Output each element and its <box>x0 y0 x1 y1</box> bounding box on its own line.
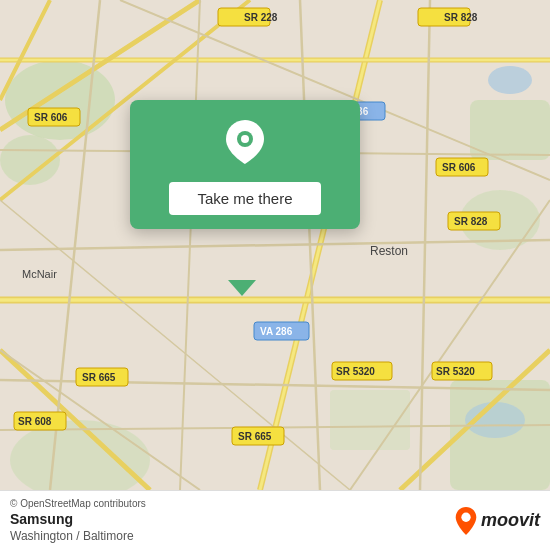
bottom-left-info: © OpenStreetMap contributors Samsung Was… <box>10 498 146 543</box>
svg-text:McNair: McNair <box>22 268 57 280</box>
location-pin-icon <box>221 118 269 166</box>
svg-point-8 <box>488 66 532 94</box>
svg-text:SR 608: SR 608 <box>18 416 52 427</box>
location-name: Samsung <box>10 511 146 527</box>
svg-text:SR 828: SR 828 <box>454 216 488 227</box>
svg-point-1 <box>5 60 115 140</box>
moovit-brand-text: moovit <box>481 510 540 531</box>
moovit-logo: moovit <box>455 507 540 535</box>
osm-credit: © OpenStreetMap contributors <box>10 498 146 509</box>
svg-point-38 <box>461 512 470 521</box>
card-pointer <box>228 280 256 296</box>
location-region: Washington / Baltimore <box>10 529 146 543</box>
svg-text:SR 828: SR 828 <box>444 12 478 23</box>
location-card: Take me there <box>130 100 360 229</box>
moovit-pin-icon <box>455 507 477 535</box>
svg-text:VA 286: VA 286 <box>260 326 293 337</box>
svg-text:SR 606: SR 606 <box>442 162 476 173</box>
svg-text:SR 5320: SR 5320 <box>436 366 475 377</box>
bottom-bar: © OpenStreetMap contributors Samsung Was… <box>0 490 550 550</box>
svg-text:SR 5320: SR 5320 <box>336 366 375 377</box>
take-me-there-button[interactable]: Take me there <box>169 182 320 215</box>
svg-text:SR 665: SR 665 <box>82 372 116 383</box>
map-container: SR 228 SR 828 SR 606 VA 286 SR 606 SR 82… <box>0 0 550 490</box>
svg-point-37 <box>241 135 249 143</box>
svg-text:Reston: Reston <box>370 244 408 258</box>
svg-text:SR 606: SR 606 <box>34 112 68 123</box>
svg-text:SR 228: SR 228 <box>244 12 278 23</box>
svg-text:SR 665: SR 665 <box>238 431 272 442</box>
